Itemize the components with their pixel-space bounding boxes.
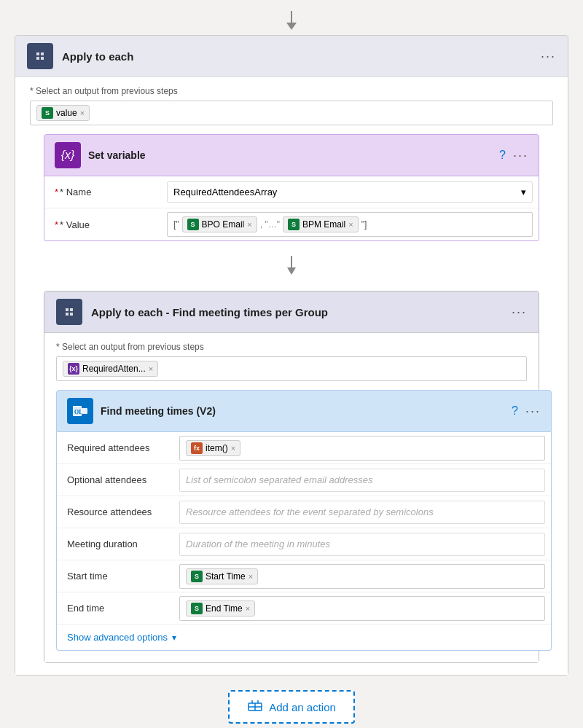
svg-text:OL: OL <box>74 409 83 415</box>
required-attendees-input[interactable]: fx item() × <box>173 433 551 463</box>
resource-attendees-label: Resource attendees <box>57 501 173 523</box>
start-time-input[interactable]: S Start Time × <box>173 561 551 592</box>
name-required: * <box>55 187 58 197</box>
set-variable-block: {x} Set variable ? ··· ** Name <box>44 134 539 241</box>
add-action-button[interactable]: Add an action <box>228 690 355 724</box>
select-output-input-1[interactable]: S value × <box>30 101 553 125</box>
add-action-container: Add an action <box>228 690 355 724</box>
set-variable-title: Set variable <box>88 149 146 161</box>
required-atten-close[interactable]: × <box>149 364 153 373</box>
name-dropdown-chevron: ▾ <box>521 187 526 197</box>
top-arrow <box>284 7 299 35</box>
item-token: fx item() × <box>186 440 240 456</box>
find-meeting-more[interactable]: ··· <box>525 404 541 419</box>
inner-arrow-1 <box>30 250 553 282</box>
end-time-token-label: End Time <box>206 603 243 614</box>
item-token-icon: fx <box>191 442 203 454</box>
token-sep: , "…" <box>260 219 280 230</box>
bpm-token-close[interactable]: × <box>348 220 353 229</box>
start-time-token-input[interactable]: S Start Time × <box>179 564 545 589</box>
apply-to-each-2-block: Apply to each - Find meeting times per G… <box>44 291 539 663</box>
set-variable-body: ** Name RequiredAttendeesArray ▾ ** Val <box>44 176 539 241</box>
optional-attendees-label: Optional attendees <box>57 469 173 491</box>
value-required: * <box>55 219 58 230</box>
find-meeting-help-icon[interactable]: ? <box>512 404 518 418</box>
select-output-input-2[interactable]: {x} RequiredAtten... × <box>56 356 527 381</box>
start-time-label: Start time <box>57 565 173 587</box>
apply-to-each-1-title: Apply to each <box>62 50 133 63</box>
apply-to-each-2-icon <box>56 299 82 325</box>
value-token-label: value <box>56 108 77 118</box>
start-time-token-close[interactable]: × <box>249 572 253 581</box>
resource-attendees-input[interactable]: Resource attendees for the event separat… <box>173 498 551 527</box>
required-attendees-token-input[interactable]: fx item() × <box>179 436 545 461</box>
required-attendees-label: Required attendees <box>57 437 173 459</box>
resource-attendees-placeholder: Resource attendees for the event separat… <box>186 506 434 517</box>
add-action-icon <box>247 699 263 715</box>
end-time-row: End time S End Time × <box>57 592 551 625</box>
resource-attendees-row: Resource attendees Resource attendees fo… <box>57 496 551 528</box>
optional-attendees-field[interactable]: List of semicolon separated email addres… <box>179 469 545 492</box>
resource-attendees-field[interactable]: Resource attendees for the event separat… <box>179 501 545 524</box>
set-variable-help-icon[interactable]: ? <box>499 149 506 162</box>
optional-attendees-placeholder: List of semicolon separated email addres… <box>186 474 373 485</box>
apply-to-each-1-header: Apply to each ··· <box>15 36 568 77</box>
svg-rect-2 <box>32 48 48 64</box>
optional-attendees-input[interactable]: List of semicolon separated email addres… <box>173 466 551 495</box>
find-meeting-times-block: OL Find meeting times (V2) ? ··· <box>56 390 552 651</box>
set-variable-name-label: ** Name <box>44 181 161 203</box>
end-time-token-close[interactable]: × <box>246 604 250 613</box>
meeting-duration-row: Meeting duration Duration of the meeting… <box>57 528 551 560</box>
start-time-token-label: Start Time <box>206 571 246 582</box>
name-dropdown[interactable]: RequiredAttendeesArray ▾ <box>167 181 533 203</box>
item-token-close[interactable]: × <box>231 444 235 453</box>
end-time-input[interactable]: S End Time × <box>173 593 551 624</box>
bpm-email-token: S BPM Email × <box>283 216 359 232</box>
optional-attendees-row: Optional attendees List of semicolon sep… <box>57 464 551 496</box>
meeting-duration-input[interactable]: Duration of the meeting in minutes <box>173 530 551 559</box>
select-output-label-2: * Select an output from previous steps <box>56 342 527 352</box>
add-action-label: Add an action <box>269 701 336 713</box>
required-atten-token: {x} RequiredAtten... × <box>63 361 158 377</box>
end-time-label: End time <box>57 597 173 619</box>
svg-rect-5 <box>61 304 77 320</box>
apply-to-each-1-body: * Select an output from previous steps S… <box>15 77 568 675</box>
bpo-token-close[interactable]: × <box>247 220 251 229</box>
start-time-row: Start time S Start Time × <box>57 560 551 592</box>
value-token: S value × <box>36 105 90 121</box>
value-token-close[interactable]: × <box>80 109 85 117</box>
value-token-input[interactable]: [" S BPO Email × , "…" S BPM Email <box>167 212 533 237</box>
required-attendees-row: Required attendees fx item() × <box>57 432 551 464</box>
value-token-icon: S <box>42 107 53 119</box>
set-variable-more[interactable]: ··· <box>513 148 528 163</box>
set-variable-icon: {x} <box>55 142 81 168</box>
end-time-token: S End Time × <box>186 600 255 617</box>
meeting-duration-placeholder: Duration of the meeting in minutes <box>186 539 330 549</box>
meeting-duration-label: Meeting duration <box>57 533 173 555</box>
bracket-open: [" <box>173 219 179 230</box>
apply-to-each-2-title: Apply to each - Find meeting times per G… <box>91 306 328 318</box>
svg-marker-1 <box>286 23 297 30</box>
meeting-duration-field[interactable]: Duration of the meeting in minutes <box>179 533 545 556</box>
bpm-token-label: BPM Email <box>302 219 345 230</box>
show-advanced-label: Show advanced options <box>67 632 168 643</box>
outlook-connector-icon: OL <box>67 398 93 424</box>
apply-to-each-2-more[interactable]: ··· <box>512 305 527 320</box>
svg-marker-4 <box>287 267 296 275</box>
start-time-token-icon: S <box>191 571 203 582</box>
bpo-token-label: BPO Email <box>202 219 245 230</box>
start-time-token: S Start Time × <box>186 568 258 584</box>
set-variable-name-row: ** Name RequiredAttendeesArray ▾ <box>44 176 539 208</box>
item-token-label: item() <box>206 443 228 453</box>
apply-to-each-1-more[interactable]: ··· <box>541 49 556 64</box>
svg-rect-10 <box>82 408 87 414</box>
required-atten-icon: {x} <box>68 363 79 375</box>
end-time-token-icon: S <box>191 603 203 614</box>
bpm-token-icon: S <box>288 219 300 230</box>
set-variable-name-input[interactable]: RequiredAttendeesArray ▾ <box>161 179 539 206</box>
end-time-token-input[interactable]: S End Time × <box>179 596 545 621</box>
required-atten-label: RequiredAtten... <box>82 364 146 374</box>
show-advanced-options[interactable]: Show advanced options ▾ <box>57 625 551 650</box>
show-advanced-chevron: ▾ <box>172 633 176 643</box>
set-variable-value-input[interactable]: [" S BPO Email × , "…" S BPM Email <box>161 209 539 240</box>
